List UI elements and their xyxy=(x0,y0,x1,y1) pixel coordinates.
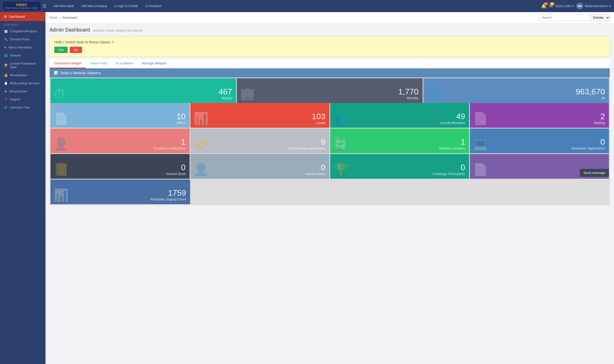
stat-staffing-label: Staffing xyxy=(594,121,605,125)
breadcrumb-home[interactable]: Home xyxy=(49,16,58,19)
domains-icon: 🔧 xyxy=(4,38,8,41)
stat-partnerships-label: Partnerships Applications xyxy=(289,146,325,150)
breadcrumb: Home » Dashboard xyxy=(49,16,77,19)
stat-card-contrib-members[interactable]: 👥 49 Contrib Members xyxy=(330,103,469,128)
quick-links-button[interactable]: Quick Links ▾ xyxy=(555,4,574,8)
sidebar-active-label: Dashboard xyxy=(9,15,25,18)
hamburger-icon[interactable]: ☰ xyxy=(42,3,46,9)
sidebar-item-infrastructure[interactable]: 🖥 Infrastructure › xyxy=(0,87,45,95)
virtual-interns-icon: 👤 xyxy=(193,163,209,177)
last-card-icon: 📄 xyxy=(473,163,488,177)
stat-card-custom-contrib[interactable]: 👤 1 Custom Contributions xyxy=(50,128,190,153)
logo-text: VNOC xyxy=(16,3,27,7)
stat-card-eservice[interactable]: 🔄 1 Eservice Updates xyxy=(330,128,469,153)
sidebar-item-multiposting[interactable]: 📋 Multi-posting Services › xyxy=(0,79,45,87)
tab-dashboard-widget[interactable]: Dashboard Widget xyxy=(49,59,86,68)
stats-chart-icon: 📊 xyxy=(54,71,58,75)
search-input[interactable] xyxy=(539,14,590,21)
sidebar-item-eservices[interactable]: 🛒 eServices Cart › xyxy=(0,103,45,112)
stat-dev-apps-num: 0 xyxy=(600,138,605,146)
stat-card-developer-apps[interactable]: 💻 0 Developer Applications xyxy=(470,128,609,153)
stat-card-last[interactable]: 📄 2 Send message xyxy=(470,154,609,179)
sidebar-item-dashboard[interactable]: ⊞ Dashboard xyxy=(0,12,45,21)
send-message-tooltip: Send message xyxy=(580,169,609,177)
staffing-icon: 📄 xyxy=(473,112,488,126)
realtydao-icon: 📊 xyxy=(54,188,69,202)
dashboard-content: 📊 Today's Network Statistics ⏱ 467 Weekl… xyxy=(49,68,610,205)
breadcrumb-separator: » xyxy=(59,16,61,19)
nav-login-contrib[interactable]: ●Login to Contrib xyxy=(111,3,141,9)
nav-ai-assistant[interactable]: AI Assistant xyxy=(142,3,164,9)
no-button[interactable]: No xyxy=(70,47,82,53)
stat-card-offers[interactable]: 📄 10 Offers xyxy=(50,103,190,128)
sidebar-item-contrib[interactable]: 📦 Contrib Framework Apps › xyxy=(0,60,45,71)
monetization-icon: 💰 xyxy=(4,73,8,77)
stat-custom-contrib-num: 1 xyxy=(181,138,186,146)
stat-realtydao-num: 1759 xyxy=(168,189,186,197)
tabs-bar: Dashboard Widget News Feed In a Glance M… xyxy=(49,59,610,68)
stat-offers-label: Offers xyxy=(177,121,186,125)
stat-card-all[interactable]: 🌐 963,670 All xyxy=(423,78,609,103)
mail-icon: ✉ xyxy=(4,46,7,49)
notification-bell-1[interactable]: 🔔67 xyxy=(541,3,547,9)
sidebar-item-companies[interactable]: 🏢 Companies/Projects › xyxy=(0,27,45,35)
eservices-icon: 🛒 xyxy=(4,106,8,109)
stat-all-label: All xyxy=(601,96,605,100)
chevron-right-icon: › xyxy=(41,54,41,57)
monthly-icon: 🏢 xyxy=(240,87,255,101)
sidebar-item-support[interactable]: ❓ Support › xyxy=(0,95,45,103)
stats-title: Today's Network Statistics xyxy=(60,71,101,75)
weekly-icon: ⏱ xyxy=(54,87,66,101)
sidebar-item-mail[interactable]: ✉ Mail & Interaction › xyxy=(0,43,45,51)
challenge-icon: 🏆 xyxy=(333,163,348,177)
stat-card-realtydao[interactable]: 📊 1759 Realtydao Signup Count xyxy=(50,179,190,204)
chevron-right-icon: › xyxy=(41,90,41,93)
stat-card-virtual-interns[interactable]: 👤 0 Virtual Interns xyxy=(190,154,329,179)
nav-add-asset[interactable]: Add New Asset xyxy=(50,3,77,9)
main-layout: ⊞ Dashboard FEATURES 🏢 Companies/Project… xyxy=(0,12,614,364)
partnerships-icon: 🤝 xyxy=(193,137,209,151)
stat-card-venture-book[interactable]: 📒 0 Venture Book xyxy=(50,154,190,179)
stats-row-bottom: 📊 1759 Realtydao Signup Count xyxy=(50,179,610,205)
chevron-right-icon: › xyxy=(41,74,41,77)
tab-manage-widgets[interactable]: Manage Widgets xyxy=(137,59,171,68)
logo-subtext: Virtual Network Operations Center xyxy=(5,7,38,9)
search-domain-select[interactable]: Domain xyxy=(590,14,610,21)
stat-contrib-num: 49 xyxy=(456,112,465,120)
yes-button[interactable]: Yes xyxy=(54,47,68,53)
contrib-members-icon: 👥 xyxy=(333,112,348,126)
logo-box: VNOC Virtual Network Operations Center xyxy=(3,2,40,10)
tab-news-feed[interactable]: News Feed xyxy=(86,59,112,68)
network-icon: 🌐 xyxy=(4,54,8,57)
sidebar-item-domains[interactable]: 🔧 Domains/Tools › xyxy=(0,35,45,43)
stat-card-monthly[interactable]: 🏢 1,770 Monthly xyxy=(237,78,422,103)
stats-header: 📊 Today's Network Statistics xyxy=(50,68,610,77)
sidebar-item-network[interactable]: 🌐 Network › xyxy=(0,51,45,60)
stat-venture-num: 0 xyxy=(181,163,186,171)
stats-row-3: 👤 1 Custom Contributions 🤝 9 Partnership… xyxy=(50,128,610,154)
stat-dev-apps-label: Developer Applications xyxy=(572,146,605,150)
contrib-icon: 📦 xyxy=(4,64,8,67)
stat-card-challenge-participants[interactable]: 🏆 0 Challenge Participants xyxy=(330,154,469,179)
stat-custom-contrib-label: Custom Contributions xyxy=(154,146,186,150)
stat-card-partnerships[interactable]: 🤝 9 Partnerships Applications xyxy=(190,128,329,153)
stat-staffing-num: 2 xyxy=(600,112,605,120)
stat-card-leads[interactable]: 📊 103 Leads xyxy=(190,103,329,128)
infrastructure-icon: 🖥 xyxy=(4,90,7,93)
stat-card-weekly[interactable]: ⏱ 467 Weekly xyxy=(50,78,236,103)
stat-card-staffing[interactable]: 📄 2 Staffing xyxy=(470,103,609,128)
stat-realtydao-label: Realtydao Signup Count xyxy=(150,197,186,201)
support-icon: ❓ xyxy=(4,98,8,101)
tab-in-a-glance[interactable]: In a Glance xyxy=(111,59,137,68)
stat-venture-label: Venture Book xyxy=(166,172,186,176)
user-menu[interactable]: MB Maida Barrientos ▾ xyxy=(576,3,611,10)
dashboard-icon: ⊞ xyxy=(4,15,7,18)
stat-offers-num: 10 xyxy=(176,112,186,120)
sidebar-item-monetization[interactable]: 💰 Monetization › xyxy=(0,71,45,79)
breadcrumb-current: Dashboard xyxy=(62,16,77,19)
sub-header: Home » Dashboard Domain xyxy=(45,12,614,23)
quick-links-chevron: ▾ xyxy=(572,4,574,8)
all-icon: 🌐 xyxy=(426,87,442,101)
notification-bell-2[interactable]: ✉52 xyxy=(549,3,553,9)
nav-add-company[interactable]: Add New Company xyxy=(78,3,110,9)
